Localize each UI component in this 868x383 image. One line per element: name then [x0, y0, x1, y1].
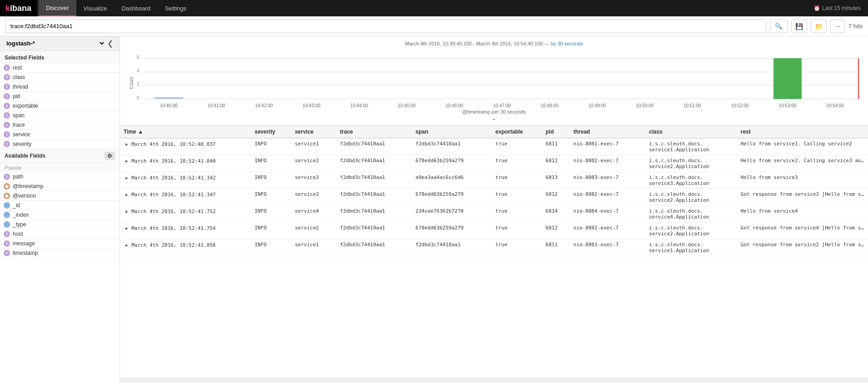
- save-search-button[interactable]: 💾: [791, 20, 807, 33]
- field-item-trace[interactable]: t trace: [0, 120, 120, 130]
- field-item-rest[interactable]: t rest: [0, 63, 120, 73]
- cell-rest: Hello from service4: [737, 206, 868, 223]
- col-header-exportable[interactable]: exportable: [492, 126, 542, 138]
- field-item-path[interactable]: t path: [0, 172, 120, 182]
- cell-rest: Got response from service3 [Hello from s…: [737, 189, 868, 206]
- nav-dashboard[interactable]: Dashboard: [114, 0, 158, 16]
- cell-trace: f2dbd3c74410aa1: [336, 223, 412, 239]
- bottom-scrollbar[interactable]: [120, 378, 868, 383]
- nav-discover[interactable]: Discover: [39, 0, 76, 16]
- available-fields-list: t path 🕐 @timestamp 🕐 @version _ _id _ _…: [0, 172, 120, 258]
- bar-slot-13: [764, 58, 812, 99]
- field-item-message[interactable]: t message: [0, 239, 120, 249]
- bar-slot-14: [811, 58, 859, 99]
- time-value: March 4th 2016, 10:52:40.837: [131, 141, 215, 147]
- bar-slot-3: [288, 58, 335, 99]
- gear-button[interactable]: ⚙: [105, 152, 115, 160]
- chart-wrapper: Count 6 4 2 0: [129, 49, 859, 108]
- field-item-version[interactable]: 🕐 @version: [0, 191, 120, 201]
- sidebar-toggle[interactable]: ❮: [105, 39, 115, 48]
- share-button[interactable]: →: [830, 20, 845, 33]
- expand-button[interactable]: ►: [124, 226, 130, 231]
- top-nav: kibana Discover Visualize Dashboard Sett…: [0, 0, 868, 16]
- index-pattern-select[interactable]: logstash-*: [5, 40, 105, 47]
- nav-settings[interactable]: Settings: [158, 0, 194, 16]
- time-value: March 4th 2016, 10:52:41.342: [131, 175, 215, 181]
- cell-service: service1: [291, 138, 336, 155]
- cell-exportable: true: [492, 155, 542, 172]
- time-range-link[interactable]: by 30 seconds: [551, 41, 583, 46]
- cell-rest: Hello from service3: [737, 172, 868, 189]
- cell-severity: INFO: [251, 206, 291, 223]
- cell-class: i.s.c.sleuth.docs.service2.Application: [645, 189, 737, 206]
- expand-button[interactable]: ►: [124, 159, 130, 164]
- search-button[interactable]: 🔍: [770, 20, 788, 33]
- sidebar: logstash-* ❮ Selected Fields t rest t cl…: [0, 36, 120, 383]
- field-type-icon: 🕐: [4, 193, 10, 199]
- table-row: ► March 4th 2016, 10:52:41.040INFOservic…: [120, 155, 868, 172]
- expand-button[interactable]: ►: [124, 243, 130, 248]
- table-row: ► March 4th 2016, 10:52:41.347INFOservic…: [120, 189, 868, 206]
- cell-trace: f2dbd3c74410aa1: [336, 138, 412, 155]
- table-row: ► March 4th 2016, 10:52:41.342INFOservic…: [120, 172, 868, 189]
- field-item-service[interactable]: t service: [0, 130, 120, 139]
- expand-button[interactable]: ►: [124, 192, 130, 197]
- expand-button[interactable]: ►: [124, 175, 130, 180]
- cell-pid: 6812: [542, 155, 570, 172]
- col-header-trace[interactable]: trace: [336, 126, 412, 138]
- chart-collapse-button[interactable]: ⌃: [129, 116, 859, 125]
- field-item-class[interactable]: t class: [0, 73, 120, 82]
- cell-severity: INFO: [251, 189, 291, 206]
- field-item-span[interactable]: t span: [0, 111, 120, 120]
- col-header-class[interactable]: class: [645, 126, 737, 138]
- logo: kibana: [0, 0, 37, 16]
- field-type-icon: t: [4, 141, 10, 147]
- col-header-thread[interactable]: thread: [570, 126, 645, 138]
- field-item-id[interactable]: _ _id: [0, 201, 120, 210]
- cell-pid: 6812: [542, 223, 570, 239]
- cell-pid: 6811: [542, 138, 570, 155]
- time-value: March 4th 2016, 10:52:41.040: [131, 158, 215, 164]
- x-label-6: 10:46:00: [430, 103, 478, 108]
- cell-service: service2: [291, 155, 336, 172]
- cell-pid: 6811: [542, 239, 570, 256]
- cell-rest: Hello from service2. Calling service3 an…: [737, 155, 868, 172]
- field-item-host[interactable]: t host: [0, 229, 120, 239]
- cell-class: i.s.c.sleuth.docs.service4.Application: [645, 206, 737, 223]
- cell-pid: 6812: [542, 189, 570, 206]
- x-label-7: 10:47:00: [478, 103, 526, 108]
- field-item-timestamp[interactable]: t timestamp: [0, 249, 120, 258]
- row-expand-cell: ► March 4th 2016, 10:52:41.040: [120, 155, 251, 172]
- col-header-rest[interactable]: rest: [737, 126, 868, 138]
- nav-visualize[interactable]: Visualize: [76, 0, 115, 16]
- field-type-icon: t: [4, 112, 10, 119]
- field-item-exportable[interactable]: t exportable: [0, 101, 120, 111]
- bar-slot-2: [240, 58, 288, 99]
- load-search-button[interactable]: 📁: [811, 20, 827, 33]
- field-item-severity[interactable]: t severity: [0, 139, 120, 149]
- cell-class: i.s.c.sleuth.docs.service1.Application: [645, 138, 737, 155]
- cell-span: f2dbd3c74410aa1: [412, 138, 492, 155]
- search-bar: 🔍 💾 📁 → 7 hits: [0, 16, 868, 36]
- field-item-thread[interactable]: t thread: [0, 82, 120, 92]
- expand-button[interactable]: ►: [124, 209, 130, 214]
- field-item-type[interactable]: _ _type: [0, 220, 120, 229]
- table-row: ► March 4th 2016, 10:52:41.856INFOservic…: [120, 239, 868, 256]
- field-item-pid[interactable]: t pid: [0, 92, 120, 101]
- field-item-timestamp-at[interactable]: 🕐 @timestamp: [0, 182, 120, 191]
- field-item-index[interactable]: _ _index: [0, 210, 120, 220]
- available-fields-header: Available Fields ⚙: [0, 149, 120, 163]
- expand-button[interactable]: ►: [124, 142, 130, 147]
- cell-exportable: true: [492, 223, 542, 239]
- col-header-severity[interactable]: severity: [251, 126, 291, 138]
- col-header-service[interactable]: service: [291, 126, 336, 138]
- time-value: March 4th 2016, 10:52:41.754: [131, 225, 215, 231]
- clock-icon: ⏰: [813, 5, 820, 11]
- time-picker[interactable]: ⏰ Last 15 minutes: [806, 5, 868, 11]
- search-input[interactable]: [5, 20, 766, 33]
- col-header-time[interactable]: Time ▲: [120, 126, 251, 138]
- cell-pid: 6813: [542, 172, 570, 189]
- col-header-span[interactable]: span: [412, 126, 492, 138]
- bar-slot-8: [526, 58, 574, 99]
- col-header-pid[interactable]: pid: [542, 126, 570, 138]
